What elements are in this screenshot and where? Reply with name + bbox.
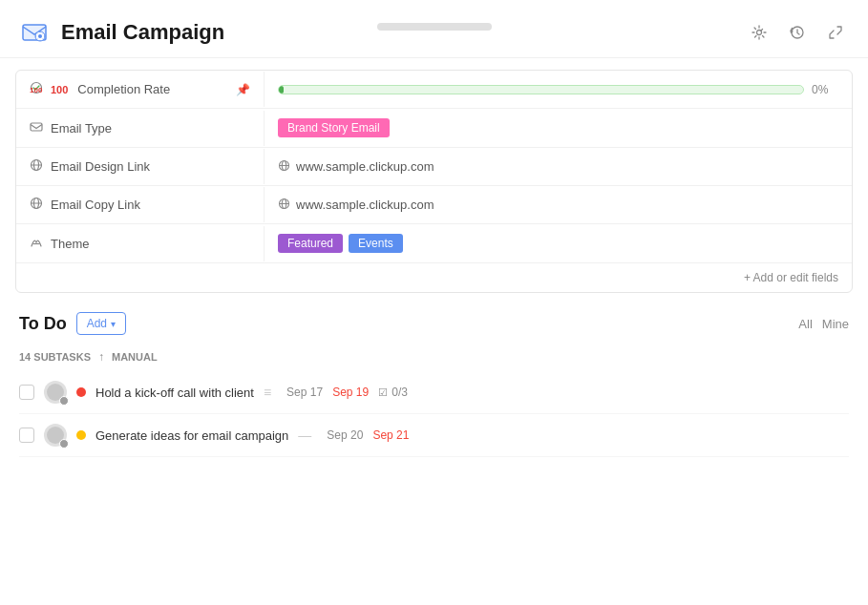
filter-all-button[interactable]: All [798, 317, 812, 331]
completion-rate-number: 100 [51, 84, 68, 95]
email-design-link-value[interactable]: www.sample.clickup.com [265, 150, 852, 184]
copy-link-globe-icon [278, 198, 290, 213]
task-status-dot-1 [76, 387, 86, 397]
copy-link-icon [30, 197, 43, 213]
email-type-value[interactable]: Brand Story Email [265, 109, 852, 147]
task-name-1[interactable]: Hold a kick-off call with client [95, 386, 254, 400]
email-type-badge[interactable]: Brand Story Email [278, 118, 390, 137]
theme-icon [30, 236, 43, 252]
svg-rect-7 [31, 123, 42, 131]
field-email-type: Email Type Brand Story Email [16, 109, 852, 148]
avatar-badge [59, 439, 69, 449]
filter-mine-button[interactable]: Mine [822, 317, 849, 331]
add-fields-button[interactable]: + Add or edit fields [744, 271, 838, 284]
task-name-2[interactable]: Generate ideas for email campaign [95, 428, 288, 443]
task-meta-2: Sep 20 Sep 21 [327, 428, 409, 442]
todo-title: To Do [19, 314, 67, 334]
field-email-copy-link: Email Copy Link www.sample.clickup.com [16, 186, 852, 224]
todo-filter: All Mine [798, 317, 849, 331]
fields-section: 100 100 Completion Rate 📌 0% [15, 70, 853, 293]
pin-icon: 📌 [236, 83, 250, 96]
sort-icon: ↑ [98, 350, 104, 364]
theme-label: Theme [51, 237, 89, 251]
header: Email Campaign [0, 0, 868, 58]
completion-rate-label: Completion Rate [77, 82, 170, 96]
settings-icon[interactable] [746, 19, 773, 46]
email-type-label: Email Type [51, 121, 112, 136]
field-label-email-design-link: Email Design Link [16, 149, 265, 184]
progress-label: 0% [812, 83, 838, 96]
field-label-completion-rate: 100 100 Completion Rate 📌 [16, 72, 265, 107]
completion-rate-icon: 100 [30, 81, 43, 97]
subtasks-header: 14 SUBTASKS ↑ Manual [19, 346, 849, 371]
task-date-start-1: Sep 17 [286, 386, 323, 399]
task-checklist-1: ☑ 0/3 [378, 386, 408, 399]
history-icon[interactable] [784, 19, 811, 46]
avatar-badge [59, 396, 69, 406]
todo-header: To Do Add ▾ All Mine [19, 312, 849, 335]
email-copy-link-label: Email Copy Link [51, 198, 140, 212]
email-type-icon [30, 120, 43, 136]
completion-rate-value[interactable]: 0% [265, 73, 852, 106]
task-date-start-2: Sep 20 [327, 428, 363, 442]
add-fields-row: + Add or edit fields [16, 263, 852, 292]
avatar [44, 381, 67, 404]
svg-text:100: 100 [30, 86, 43, 94]
todo-section: To Do Add ▾ All Mine 14 SUBTASKS ↑ Manua… [0, 304, 868, 457]
task-priority-icon-2: — [298, 428, 311, 443]
design-link-icon [30, 158, 43, 175]
design-link-globe-icon [278, 159, 290, 175]
table-row: Hold a kick-off call with client ≡ Sep 1… [19, 371, 849, 414]
task-date-due-1: Sep 19 [332, 386, 369, 399]
field-theme: Theme Featured Events [16, 224, 852, 263]
progress-track [278, 85, 804, 94]
checklist-icon-1: ☑ [378, 386, 388, 399]
expand-icon[interactable] [822, 19, 849, 46]
progress-fill [279, 86, 284, 94]
email-copy-link-url[interactable]: www.sample.clickup.com [296, 198, 434, 212]
add-chevron-icon: ▾ [111, 319, 116, 329]
breadcrumb [377, 23, 492, 31]
email-design-link-url[interactable]: www.sample.clickup.com [296, 159, 434, 174]
checklist-count-1: 0/3 [392, 386, 408, 399]
theme-value[interactable]: Featured Events [265, 224, 852, 262]
add-todo-button[interactable]: Add ▾ [76, 312, 126, 335]
task-checkbox-1[interactable] [19, 385, 34, 400]
theme-badge-featured[interactable]: Featured [278, 234, 343, 253]
theme-badge-events[interactable]: Events [349, 234, 403, 253]
field-label-theme: Theme [16, 226, 265, 261]
sort-label: Manual [112, 351, 158, 363]
subtasks-count: 14 SUBTASKS [19, 351, 91, 363]
header-actions [746, 19, 849, 46]
email-design-link-label: Email Design Link [51, 159, 150, 174]
task-meta-1: Sep 17 Sep 19 ☑ 0/3 [286, 386, 408, 399]
avatar [44, 424, 67, 447]
email-campaign-icon [19, 17, 50, 48]
field-label-email-type: Email Type [16, 111, 265, 146]
table-row: Generate ideas for email campaign — Sep … [19, 414, 849, 457]
progress-container: 0% [278, 83, 838, 96]
task-status-dot-2 [76, 430, 86, 440]
add-label: Add [87, 317, 107, 330]
field-label-email-copy-link: Email Copy Link [16, 187, 265, 222]
task-priority-icon-1: ≡ [264, 385, 271, 400]
field-completion-rate: 100 100 Completion Rate 📌 0% [16, 71, 852, 109]
field-email-design-link: Email Design Link www.sample.clickup.com [16, 148, 852, 186]
email-copy-link-value[interactable]: www.sample.clickup.com [265, 188, 852, 222]
page-title: Email Campaign [61, 20, 224, 45]
task-checkbox-2[interactable] [19, 428, 34, 443]
svg-point-2 [38, 34, 42, 38]
page: Email Campaign [0, 0, 868, 605]
task-date-due-2: Sep 21 [372, 428, 409, 442]
